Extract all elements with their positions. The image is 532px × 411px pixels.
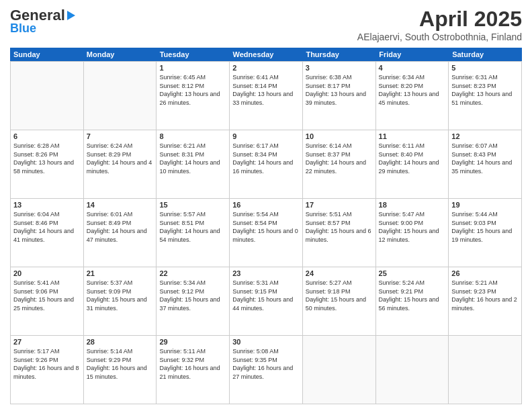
page: General Blue April 2025 AElajaervi, Sout… [0,0,532,411]
logo: General Blue [10,7,75,36]
day-number: 1 [159,64,226,72]
day-number: 2 [232,64,300,72]
page-subtitle: AElajaervi, South Ostrobothnia, Finland [357,32,522,42]
day-header-thursday: Thursday [302,48,375,61]
calendar-day-3: 3Sunrise: 6:38 AM Sunset: 8:17 PM Daylig… [303,62,376,130]
day-number: 28 [87,338,154,346]
day-number: 3 [306,64,373,72]
calendar-day-19: 19Sunrise: 5:44 AM Sunset: 9:03 PM Dayli… [449,199,522,267]
day-number: 21 [87,269,154,277]
calendar-row-3: 13Sunrise: 6:04 AM Sunset: 8:46 PM Dayli… [10,198,522,267]
calendar-day-16: 16Sunrise: 5:54 AM Sunset: 8:54 PM Dayli… [230,199,303,267]
day-info: Sunrise: 5:44 AM Sunset: 9:03 PM Dayligh… [451,210,519,244]
day-info: Sunrise: 6:38 AM Sunset: 8:17 PM Dayligh… [306,73,373,107]
calendar-day-7: 7Sunrise: 6:24 AM Sunset: 8:29 PM Daylig… [84,130,157,198]
calendar-day-empty [11,62,84,130]
calendar-day-29: 29Sunrise: 5:11 AM Sunset: 9:32 PM Dayli… [157,336,230,404]
calendar-day-empty [84,62,157,130]
calendar-day-22: 22Sunrise: 5:34 AM Sunset: 9:12 PM Dayli… [157,267,230,335]
calendar-row-4: 20Sunrise: 5:41 AM Sunset: 9:06 PM Dayli… [10,267,522,335]
day-info: Sunrise: 6:14 AM Sunset: 8:37 PM Dayligh… [306,142,373,175]
day-info: Sunrise: 6:41 AM Sunset: 8:14 PM Dayligh… [232,73,300,107]
calendar-day-10: 10Sunrise: 6:14 AM Sunset: 8:37 PM Dayli… [303,130,376,198]
calendar-row-1: 1Sunrise: 6:45 AM Sunset: 8:12 PM Daylig… [10,61,522,130]
day-header-monday: Monday [83,48,157,61]
day-info: Sunrise: 5:17 AM Sunset: 9:26 PM Dayligh… [13,347,81,381]
day-number: 25 [379,269,446,277]
calendar-day-18: 18Sunrise: 5:47 AM Sunset: 9:00 PM Dayli… [376,199,449,267]
calendar-body: 1Sunrise: 6:45 AM Sunset: 8:12 PM Daylig… [10,61,522,404]
calendar-day-20: 20Sunrise: 5:41 AM Sunset: 9:06 PM Dayli… [11,267,84,335]
calendar-day-13: 13Sunrise: 6:04 AM Sunset: 8:46 PM Dayli… [11,199,84,267]
day-info: Sunrise: 6:24 AM Sunset: 8:29 PM Dayligh… [87,142,154,175]
day-number: 13 [13,201,81,209]
day-number: 16 [232,201,300,209]
calendar-day-21: 21Sunrise: 5:37 AM Sunset: 9:09 PM Dayli… [84,267,157,335]
calendar-day-empty [303,336,376,404]
day-info: Sunrise: 6:11 AM Sunset: 8:40 PM Dayligh… [379,142,446,175]
day-info: Sunrise: 6:07 AM Sunset: 8:43 PM Dayligh… [451,142,519,175]
header: General Blue April 2025 AElajaervi, Sout… [10,7,522,42]
day-number: 17 [306,201,373,209]
day-info: Sunrise: 5:37 AM Sunset: 9:09 PM Dayligh… [87,279,154,312]
calendar-day-12: 12Sunrise: 6:07 AM Sunset: 8:43 PM Dayli… [449,130,522,198]
calendar-day-4: 4Sunrise: 6:34 AM Sunset: 8:20 PM Daylig… [376,62,449,130]
day-number: 24 [306,269,373,277]
calendar-day-27: 27Sunrise: 5:17 AM Sunset: 9:26 PM Dayli… [11,336,84,404]
calendar-day-9: 9Sunrise: 6:17 AM Sunset: 8:34 PM Daylig… [230,130,303,198]
calendar-day-17: 17Sunrise: 5:51 AM Sunset: 8:57 PM Dayli… [303,199,376,267]
day-info: Sunrise: 6:34 AM Sunset: 8:20 PM Dayligh… [379,73,446,107]
day-info: Sunrise: 5:21 AM Sunset: 9:23 PM Dayligh… [451,279,519,312]
calendar-day-5: 5Sunrise: 6:31 AM Sunset: 8:23 PM Daylig… [449,62,522,130]
day-info: Sunrise: 6:21 AM Sunset: 8:31 PM Dayligh… [159,142,226,175]
day-number: 11 [379,132,446,140]
day-number: 8 [159,132,226,140]
day-info: Sunrise: 5:47 AM Sunset: 9:00 PM Dayligh… [379,210,446,244]
day-number: 15 [159,201,226,209]
day-info: Sunrise: 5:24 AM Sunset: 9:21 PM Dayligh… [379,279,446,312]
day-number: 12 [451,132,519,140]
day-info: Sunrise: 5:31 AM Sunset: 9:15 PM Dayligh… [232,279,300,312]
day-number: 10 [306,132,373,140]
day-number: 14 [87,201,154,209]
day-info: Sunrise: 5:41 AM Sunset: 9:06 PM Dayligh… [13,279,81,312]
day-info: Sunrise: 6:45 AM Sunset: 8:12 PM Dayligh… [159,73,226,107]
day-number: 23 [232,269,300,277]
day-number: 4 [379,64,446,72]
day-info: Sunrise: 6:01 AM Sunset: 8:49 PM Dayligh… [87,210,154,244]
calendar-day-empty [376,336,449,404]
logo-blue: Blue [10,21,36,36]
calendar: SundayMondayTuesdayWednesdayThursdayFrid… [10,48,522,404]
calendar-day-1: 1Sunrise: 6:45 AM Sunset: 8:12 PM Daylig… [157,62,230,130]
day-number: 7 [87,132,154,140]
calendar-day-empty [449,336,522,404]
day-info: Sunrise: 6:31 AM Sunset: 8:23 PM Dayligh… [451,73,519,107]
calendar-row-5: 27Sunrise: 5:17 AM Sunset: 9:26 PM Dayli… [10,335,522,404]
day-number: 5 [451,64,519,72]
day-info: Sunrise: 6:28 AM Sunset: 8:26 PM Dayligh… [13,142,81,175]
calendar-day-24: 24Sunrise: 5:27 AM Sunset: 9:18 PM Dayli… [303,267,376,335]
day-number: 6 [13,132,81,140]
calendar-day-11: 11Sunrise: 6:11 AM Sunset: 8:40 PM Dayli… [376,130,449,198]
day-number: 20 [13,269,81,277]
day-number: 29 [159,338,226,346]
calendar-day-15: 15Sunrise: 5:57 AM Sunset: 8:51 PM Dayli… [157,199,230,267]
day-info: Sunrise: 5:14 AM Sunset: 9:29 PM Dayligh… [87,347,154,381]
calendar-day-2: 2Sunrise: 6:41 AM Sunset: 8:14 PM Daylig… [230,62,303,130]
day-number: 22 [159,269,226,277]
day-header-sunday: Sunday [10,48,83,61]
logo-arrow-icon [67,11,75,20]
day-info: Sunrise: 6:17 AM Sunset: 8:34 PM Dayligh… [232,142,300,175]
calendar-day-28: 28Sunrise: 5:14 AM Sunset: 9:29 PM Dayli… [84,336,157,404]
day-info: Sunrise: 5:34 AM Sunset: 9:12 PM Dayligh… [159,279,226,312]
calendar-day-26: 26Sunrise: 5:21 AM Sunset: 9:23 PM Dayli… [449,267,522,335]
day-info: Sunrise: 5:54 AM Sunset: 8:54 PM Dayligh… [232,210,300,244]
day-number: 26 [451,269,519,277]
day-header-saturday: Saturday [449,48,522,61]
title-block: April 2025 AElajaervi, South Ostrobothni… [357,7,522,42]
day-number: 30 [232,338,300,346]
day-info: Sunrise: 6:04 AM Sunset: 8:46 PM Dayligh… [13,210,81,244]
day-number: 19 [451,201,519,209]
day-header-tuesday: Tuesday [157,48,230,61]
day-info: Sunrise: 5:11 AM Sunset: 9:32 PM Dayligh… [159,347,226,381]
